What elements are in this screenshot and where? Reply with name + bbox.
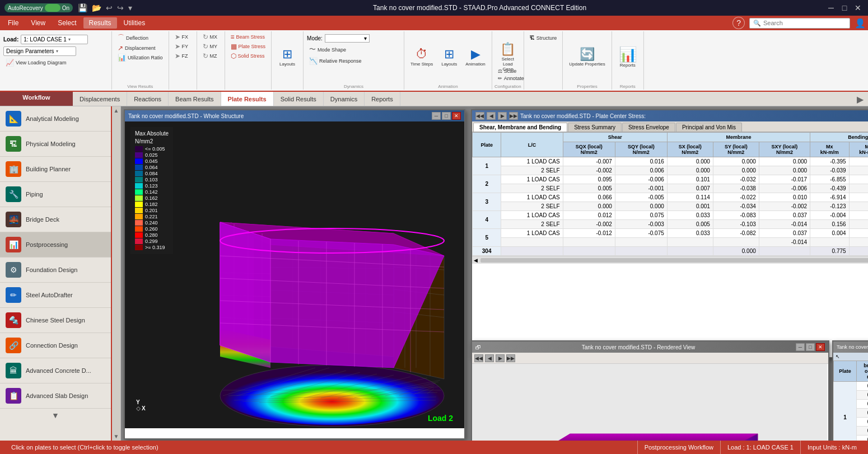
sidebar-item-analytical-modeling[interactable]: 📐 Analytical Modeling: [0, 106, 111, 132]
table-hscrollbar[interactable]: ◀ ▶: [472, 256, 868, 264]
search-input[interactable]: [763, 20, 842, 26]
render-nav1[interactable]: ◀◀: [474, 354, 483, 362]
mz-btn[interactable]: ↻ MZ: [200, 52, 220, 60]
view-loading-diagram-btn[interactable]: 📈 View Loading Diagram: [3, 58, 68, 67]
render-titlebar[interactable]: 🗗 Tank no cover modified.STD - Rendered …: [472, 341, 828, 353]
menu-view[interactable]: View: [25, 17, 51, 29]
table-row[interactable]: 2 SELF0.0000.0000.001-0.034-0.002-0.123-…: [473, 202, 869, 211]
mode-shape-btn[interactable]: 〜 Mode Shape: [307, 44, 348, 55]
relative-response-btn[interactable]: 📉 Relative Response: [307, 57, 364, 65]
sidebar-scroll-down[interactable]: ▼: [0, 409, 111, 422]
dropdown-icon[interactable]: ▾: [127, 2, 134, 13]
plate-table-nav-first[interactable]: ◀◀: [475, 112, 484, 120]
fz-btn[interactable]: ➤ FZ: [172, 52, 190, 60]
animation-btn[interactable]: ▶ Animation: [463, 46, 488, 68]
table2-titlebar[interactable]: Tank no cover modified.STD - Plate Cente…: [833, 341, 868, 353]
scroll-down-icon2[interactable]: ▼: [114, 433, 119, 439]
tab-beam-results[interactable]: Beam Results: [169, 92, 221, 106]
scale-btn[interactable]: ⚖ Scale: [496, 68, 526, 74]
table-row[interactable]: 1 0.0000.000-0.520-1.17: [834, 382, 869, 391]
help-icon[interactable]: ?: [732, 17, 745, 29]
table-row[interactable]: 5 1 LOAD CAS-0.012-0.0750.033-0.0820.037…: [473, 229, 869, 238]
sidebar-item-advanced-concrete[interactable]: 🏛 Advanced Concrete D...: [0, 358, 111, 383]
sidebar-item-chinese-steel[interactable]: 🔩 Chinese Steel Design: [0, 308, 111, 333]
tab-shear-membrane[interactable]: Shear, Membrane and Bending: [473, 123, 567, 132]
layouts-btn[interactable]: ⊞ Layouts: [275, 46, 300, 68]
tab-stress-envelope[interactable]: Stress Envelope: [622, 123, 675, 132]
load-dropdown[interactable]: 1: LOAD CASE 1 ▾: [21, 35, 88, 44]
table-row[interactable]: 4 1 LOAD CAS0.0120.0750.033-0.0830.037-0…: [473, 211, 869, 220]
table-row[interactable]: 2 SELF-0.002-0.0030.005-0.103-0.0140.156…: [473, 220, 869, 229]
user-icon[interactable]: 👤: [855, 18, 866, 29]
autorecover-toggle[interactable]: [45, 4, 60, 12]
render-nav2[interactable]: ◀: [485, 354, 494, 362]
render-canvas[interactable]: [472, 364, 828, 441]
mode-dropdown[interactable]: ▾: [325, 34, 370, 43]
tab-dynamics[interactable]: Dynamics: [324, 92, 365, 106]
3d-maximize-btn[interactable]: □: [442, 112, 451, 120]
fx-btn[interactable]: ➤ FX: [172, 32, 191, 41]
mx-btn[interactable]: ↻ MX: [200, 32, 220, 41]
tab-solid-results[interactable]: Solid Results: [274, 92, 324, 106]
3d-canvas[interactable]: Max Absolute N/mm2 <= 0.005 0.025: [125, 121, 464, 428]
tab-principal-von-mis[interactable]: Principal and Von Mis: [676, 123, 742, 132]
sidebar-item-advanced-slab[interactable]: 📋 Advanced Slab Design: [0, 383, 111, 409]
table2-scroll[interactable]: Plate braneocal)m2 SXY (local)N/mm2 MxkN…: [833, 361, 868, 441]
sidebar-item-physical-modeling[interactable]: 🏗 Physical Modeling: [0, 132, 111, 157]
beam-stress-btn[interactable]: ≡ Beam Stress: [228, 32, 268, 41]
fy-btn[interactable]: ➤ FY: [172, 42, 191, 51]
search-box[interactable]: 🔍: [749, 18, 850, 29]
sidebar-item-postprocessing[interactable]: 📊 Postprocessing: [0, 232, 111, 258]
table-row[interactable]: 2 SELF-0.0020.0060.0000.0000.000-0.039-0…: [473, 166, 869, 175]
table-row[interactable]: 1 1 LOAD CAS-0.0070.0160.0000.0000.000-0…: [473, 157, 869, 166]
undo-icon[interactable]: ↩: [104, 2, 114, 13]
minimize-button[interactable]: ─: [825, 2, 837, 13]
3d-close-btn[interactable]: ✕: [452, 112, 461, 120]
menu-file[interactable]: File: [2, 17, 24, 29]
displacement-btn[interactable]: ↗ Displacement: [115, 44, 158, 53]
sidebar-item-connection-design[interactable]: 🔗 Connection Design: [0, 333, 111, 358]
menu-results[interactable]: Results: [83, 17, 117, 29]
open-icon[interactable]: 📂: [90, 2, 103, 13]
layouts2-btn[interactable]: ⊞ Layouts: [437, 46, 461, 68]
tab-displacements[interactable]: Displacements: [73, 92, 127, 106]
plate-table-nav-last[interactable]: ▶▶: [509, 112, 518, 120]
table-row[interactable]: -0.014-0.156-0.523-0.19: [473, 238, 869, 247]
sidebar-item-foundation-design[interactable]: ⚙ Foundation Design: [0, 258, 111, 283]
structure-btn[interactable]: 🏗 Structure: [528, 35, 559, 41]
utilization-ratio-btn[interactable]: 📊 Utilization Ratio: [115, 53, 165, 62]
solid-stress-btn[interactable]: ⬡ Solid Stress: [228, 52, 267, 60]
plate-table-nav-next[interactable]: ▶: [498, 112, 507, 120]
redo-icon[interactable]: ↪: [115, 2, 125, 13]
close-button[interactable]: ✕: [852, 2, 864, 13]
sidebar-item-piping[interactable]: 🔧 Piping: [0, 182, 111, 207]
3d-minimize-btn[interactable]: ─: [432, 112, 441, 120]
annotate-btn[interactable]: ✏ Annotate: [496, 75, 526, 82]
render-close[interactable]: ✕: [816, 343, 825, 351]
update-properties-btn[interactable]: 🔄 Update Properties: [566, 46, 608, 68]
save-icon[interactable]: 💾: [76, 2, 89, 13]
time-steps-btn[interactable]: ⏱ Time Steps: [408, 46, 436, 68]
3d-view-titlebar[interactable]: Tank no cover modified.STD - Whole Struc…: [125, 110, 464, 121]
tab-stress-summary[interactable]: Stress Summary: [568, 123, 622, 132]
render-nav3[interactable]: ▶: [496, 354, 505, 362]
vertical-scrollbar[interactable]: ▲ ▼: [112, 106, 121, 441]
plate-table-scroll[interactable]: Plate L/C Shear Membrane Bending Moment …: [472, 132, 868, 256]
plate-table-nav-prev[interactable]: ◀: [487, 112, 496, 120]
plate-table-titlebar[interactable]: ◀◀ ◀ ▶ ▶▶ Tank no cover modified.STD - P…: [472, 110, 868, 121]
menu-utilities[interactable]: Utilities: [118, 17, 151, 29]
hscroll-left-icon[interactable]: ◀: [472, 258, 479, 263]
maximize-button[interactable]: □: [839, 2, 850, 13]
sidebar-item-steel-autodrafter[interactable]: ✏ Steel AutoDrafter: [0, 283, 111, 308]
scroll-up-icon[interactable]: ▲: [114, 107, 119, 114]
table-row[interactable]: 2 1 LOAD CAS0.095-0.0060.101-0.032-0.017…: [473, 175, 869, 184]
render-maximize[interactable]: □: [806, 343, 815, 351]
table-row[interactable]: 304 0.0000.775-4.316-2.74: [473, 247, 869, 256]
tab-plate-results[interactable]: Plate Results: [221, 92, 274, 106]
deflection-btn[interactable]: ⌒ Deflection: [115, 32, 151, 43]
tab-reactions[interactable]: Reactions: [127, 92, 169, 106]
design-params-dropdown[interactable]: Design Parameters ▾: [3, 46, 76, 56]
table-row[interactable]: 3 1 LOAD CAS0.066-0.0050.114-0.0220.010-…: [473, 193, 869, 202]
render-minimize[interactable]: ─: [796, 343, 805, 351]
sidebar-item-bridge-deck[interactable]: 🌉 Bridge Deck: [0, 207, 111, 232]
